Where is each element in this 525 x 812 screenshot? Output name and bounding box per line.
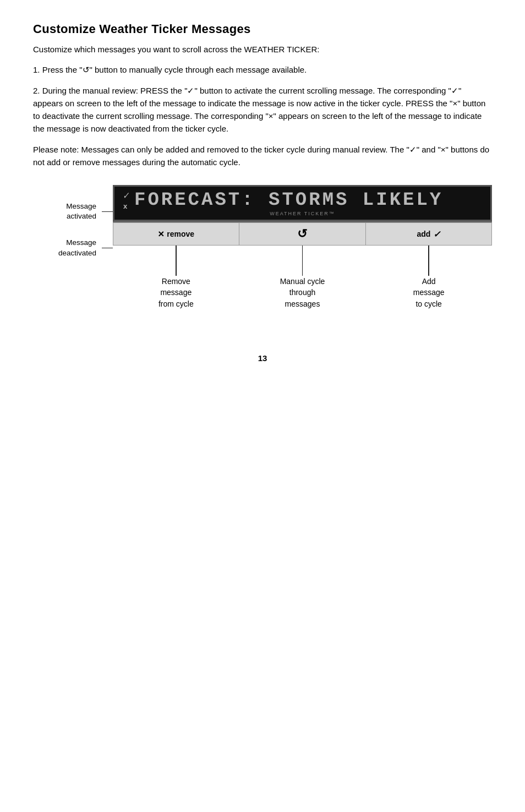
ticker-led-display: FORECAST: STORMS LIKELY <box>134 191 483 210</box>
diagram-main: ✓ x FORECAST: STORMS LIKELY WEATHER TICK… <box>113 185 492 309</box>
add-connector-line <box>428 246 429 276</box>
left-labels: Message activated Message deactivated <box>33 185 113 269</box>
deactivated-connector-dash <box>102 248 113 248</box>
ticker-top-row: ✓ x FORECAST: STORMS LIKELY <box>122 191 483 210</box>
ticker-indicators: ✓ x <box>122 191 130 210</box>
add-button[interactable]: add ✓ <box>366 222 492 246</box>
deactivated-label-line1: Message <box>66 238 96 247</box>
cycle-connector <box>239 246 366 276</box>
activated-label-line1: Message <box>66 202 96 210</box>
remove-connector <box>113 246 239 276</box>
cycle-connector-line <box>302 246 303 276</box>
remove-connector-line <box>176 246 177 276</box>
x-icon: × <box>158 228 164 240</box>
add-connector <box>365 246 492 276</box>
x-indicator: x <box>122 203 130 210</box>
add-bottom-label: Addmessageto cycle <box>365 276 492 309</box>
cycle-bottom-label: Manual cyclethroughmessages <box>239 276 366 309</box>
add-label: add <box>417 230 430 238</box>
connector-lines <box>113 246 492 276</box>
step1-paragraph: 1. Press the "↺" button to manually cycl… <box>33 63 492 76</box>
diagram-section: Message activated Message deactivated ✓ … <box>33 185 492 309</box>
ticker-display: ✓ x FORECAST: STORMS LIKELY WEATHER TICK… <box>113 185 492 221</box>
cycle-button[interactable]: ↺ <box>239 222 365 246</box>
ticker-brand: WEATHER TICKER™ <box>122 211 483 217</box>
activated-connector-dash <box>102 211 113 212</box>
remove-label: remove <box>167 230 194 238</box>
check-icon: ✓ <box>433 229 440 239</box>
remove-bottom-label: Removemessagefrom cycle <box>113 276 239 309</box>
remove-button[interactable]: × remove <box>113 222 239 246</box>
cycle-icon: ↺ <box>297 227 307 241</box>
page-number: 13 <box>33 353 492 363</box>
activated-label-line2: activated <box>67 212 96 220</box>
page-title: Customize Weather Ticker Messages <box>33 22 492 36</box>
deactivated-label-group: Message deactivated <box>33 238 113 258</box>
check-indicator: ✓ <box>123 191 129 200</box>
activated-label-group: Message activated <box>33 201 113 221</box>
step2-paragraph: 2. During the manual review: PRESS the "… <box>33 84 492 135</box>
button-row: × remove ↺ add ✓ <box>113 221 492 246</box>
intro-paragraph: Customize which messages you want to scr… <box>33 43 492 56</box>
bottom-labels: Removemessagefrom cycle Manual cyclethro… <box>113 276 492 309</box>
note-paragraph: Please note: Messages can only be added … <box>33 143 492 169</box>
deactivated-label-line2: deactivated <box>58 249 96 257</box>
